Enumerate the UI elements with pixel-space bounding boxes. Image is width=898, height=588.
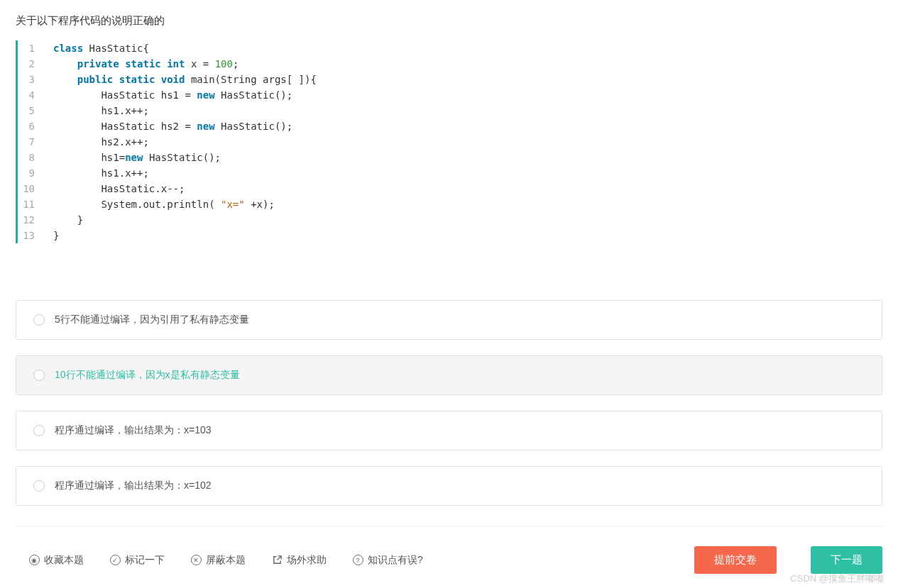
watermark: CSDN @摸鱼王胖嘟嘟 [790,572,884,585]
line-code: hs1.x++; [45,103,149,118]
code-line: 6 HasStatic hs2 = new HasStatic(); [18,118,882,134]
code-line: 8 hs1=new HasStatic(); [18,150,882,165]
option-2[interactable]: 10行不能通过编译，因为x是私有静态变量 [16,355,882,395]
line-number: 13 [18,228,45,243]
line-number: 8 [18,150,45,165]
line-code: private static int x = 100; [45,56,239,72]
option-4[interactable]: 程序通过编译，输出结果为：x=102 [16,466,882,506]
knowledge-button[interactable]: ? 知识点有误? [352,554,423,567]
line-code: public static void main(String args[ ]){ [45,72,317,87]
code-line: 2 private static int x = 100; [18,56,882,72]
footer-bar: ◉ 收藏本题 ✓ 标记一下 ✕ 屏蔽本题 场外求助 ? 知识点有误? 提前交卷 … [16,536,882,574]
line-number: 5 [18,103,45,118]
option-text: 5行不能通过编译，因为引用了私有静态变量 [55,314,249,326]
line-number: 3 [18,72,45,87]
divider [16,526,882,526]
radio-icon [33,370,45,381]
line-number: 9 [18,165,45,181]
line-code: System.out.println( "x=" +x); [45,196,275,212]
line-number: 2 [18,56,45,72]
line-number: 11 [18,196,45,212]
line-code: } [45,228,59,243]
question-title: 关于以下程序代码的说明正确的 [16,14,882,28]
line-number: 6 [18,118,45,134]
help-button[interactable]: 场外求助 [271,554,327,567]
code-line: 7 hs2.x++; [18,134,882,150]
code-line: 13} [18,228,882,243]
option-text: 程序通过编译，输出结果为：x=103 [55,424,212,437]
line-code: hs2.x++; [45,134,149,150]
option-3[interactable]: 程序通过编译，输出结果为：x=103 [16,411,882,450]
favorite-button[interactable]: ◉ 收藏本题 [28,554,84,567]
knowledge-label: 知识点有误? [368,554,423,567]
code-line: 12 } [18,212,882,228]
radio-icon [33,314,45,326]
line-number: 10 [18,181,45,196]
submit-button[interactable]: 提前交卷 [694,546,777,574]
code-line: 5 hs1.x++; [18,103,882,118]
line-code: HasStatic hs1 = new HasStatic(); [45,87,292,103]
line-code: hs1.x++; [45,165,149,181]
line-code: HasStatic hs2 = new HasStatic(); [45,118,292,134]
line-number: 4 [18,87,45,103]
record-icon: ◉ [28,555,40,566]
favorite-label: 收藏本题 [44,554,84,567]
line-code: } [45,212,83,228]
code-block: 1class HasStatic{2 private static int x … [16,40,882,243]
block-label: 屏蔽本题 [206,554,246,567]
code-line: 11 System.out.println( "x=" +x); [18,196,882,212]
code-line: 4 HasStatic hs1 = new HasStatic(); [18,87,882,103]
mark-button[interactable]: ✓ 标记一下 [109,554,165,567]
close-circle-icon: ✕ [190,555,202,566]
code-line: 1class HasStatic{ [18,40,882,56]
options-list: 5行不能通过编译，因为引用了私有静态变量10行不能通过编译，因为x是私有静态变量… [16,300,882,506]
mark-label: 标记一下 [125,554,165,567]
code-line: 10 HasStatic.x--; [18,181,882,196]
code-line: 3 public static void main(String args[ ]… [18,72,882,87]
code-line: 9 hs1.x++; [18,165,882,181]
question-circle-icon: ? [352,555,363,566]
line-code: hs1=new HasStatic(); [45,150,221,165]
line-code: HasStatic.x--; [45,181,185,196]
line-number: 7 [18,134,45,150]
help-label: 场外求助 [287,554,327,567]
next-button[interactable]: 下一题 [811,546,882,574]
block-button[interactable]: ✕ 屏蔽本题 [190,554,246,567]
line-number: 1 [18,40,45,56]
line-code: class HasStatic{ [45,40,149,56]
external-icon [271,555,283,566]
check-circle-icon: ✓ [109,555,121,566]
option-1[interactable]: 5行不能通过编译，因为引用了私有静态变量 [16,300,882,340]
radio-icon [33,425,45,436]
radio-icon [33,480,45,492]
option-text: 程序通过编译，输出结果为：x=102 [55,479,212,492]
option-text: 10行不能通过编译，因为x是私有静态变量 [55,369,240,382]
line-number: 12 [18,212,45,228]
